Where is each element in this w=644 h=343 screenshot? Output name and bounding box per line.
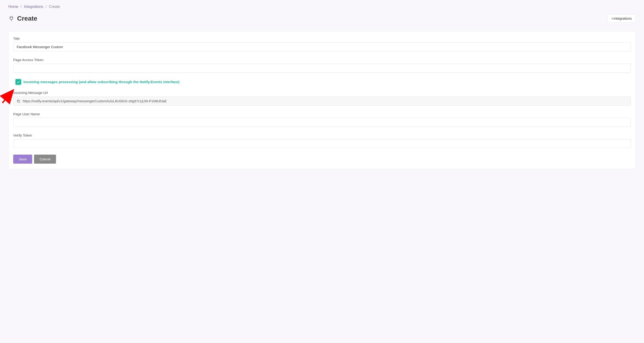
incoming-url-label: Incoming Message Url: [13, 91, 631, 95]
title-input[interactable]: [13, 42, 631, 52]
plug-icon: [8, 16, 14, 22]
breadcrumb: Home / Integrations / Create: [8, 5, 636, 9]
form-card: Title Page Access Token Incoming message…: [8, 31, 636, 169]
cancel-button[interactable]: Cancel: [34, 154, 56, 164]
breadcrumb-current: Create: [49, 5, 60, 9]
incoming-processing-label[interactable]: Incoming messages processing (and allow …: [24, 80, 180, 84]
breadcrumb-separator: /: [20, 5, 22, 9]
page-access-token-input[interactable]: [13, 64, 631, 73]
check-icon: [17, 80, 20, 84]
back-to-integrations-button[interactable]: « Integrations: [608, 14, 636, 22]
back-button-label: Integrations: [614, 16, 632, 20]
page-title: Create: [17, 15, 37, 22]
page-user-name-label: Page User Name: [13, 112, 631, 116]
page-user-name-input[interactable]: [13, 118, 631, 127]
breadcrumb-integrations[interactable]: Integrations: [24, 5, 43, 9]
verify-token-label: Verify Token: [13, 133, 631, 137]
breadcrumb-home[interactable]: Home: [8, 5, 18, 9]
breadcrumb-separator: /: [46, 5, 46, 9]
incoming-processing-checkbox[interactable]: [16, 79, 21, 85]
title-label: Title: [13, 36, 631, 40]
incoming-url-value: https://notify.events/api/v1/gateway/mes…: [23, 99, 167, 103]
save-button[interactable]: Save: [13, 154, 32, 164]
chevron-left-icon: «: [611, 17, 612, 20]
copy-icon[interactable]: [17, 99, 20, 103]
verify-token-input[interactable]: [13, 139, 631, 148]
svg-rect-2: [18, 100, 20, 102]
page-access-token-label: Page Access Token: [13, 58, 631, 62]
incoming-url-field: https://notify.events/api/v1/gateway/mes…: [13, 96, 631, 106]
